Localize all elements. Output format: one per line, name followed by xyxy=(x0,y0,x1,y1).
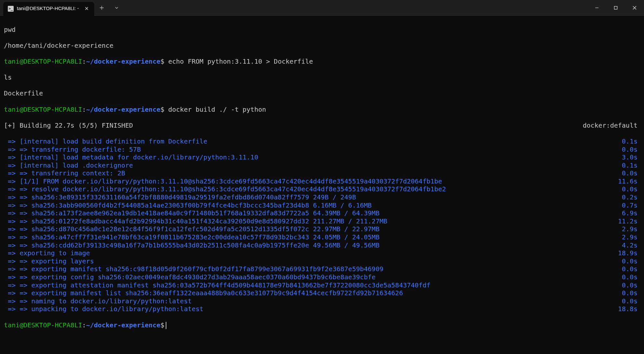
build-step-time: 0.0s xyxy=(622,169,640,177)
prompt-dollar: $ xyxy=(161,321,164,329)
build-step-text: => => sha256:01272fe8adbacc44afd2b92994b… xyxy=(4,217,618,225)
prompt-user-host: tani@DESKTOP-HCPA8LI xyxy=(4,321,82,329)
build-step-text: => => unpacking to docker.io/library/pyt… xyxy=(4,305,618,313)
window-controls xyxy=(587,2,644,14)
build-step-line: => => exporting layers0.0s xyxy=(4,257,640,265)
build-step-text: => [internal] load build definition from… xyxy=(4,137,622,145)
prompt-line: tani@DESKTOP-HCPA8LI:~/docker-experience… xyxy=(4,321,640,329)
command-text: docker build ./ -t python xyxy=(164,106,266,113)
build-step-time: 2.9s xyxy=(622,225,640,233)
build-step-line: => => resolve docker.io/library/python:3… xyxy=(4,185,640,193)
build-header-line: [+] Building 22.7s (5/5) FINISHEDdocker:… xyxy=(4,121,640,130)
build-step-line: => [internal] load .dockerignore0.1s xyxy=(4,161,640,170)
output-line: pwd xyxy=(4,26,640,34)
build-step-text: => => sha256:a47cff7f31e941e78bf63ca19f0… xyxy=(4,233,622,241)
build-step-time: 0.1s xyxy=(622,137,640,145)
build-step-time: 4.2s xyxy=(622,241,640,249)
build-step-line: => => exporting manifest sha256:c98f18d0… xyxy=(4,265,640,273)
build-step-text: => => exporting config sha256:02aec0049e… xyxy=(4,273,622,281)
build-step-text: => => exporting manifest sha256:c98f18d0… xyxy=(4,265,622,273)
prompt-user-host: tani@DESKTOP-HCPA8LI xyxy=(4,106,82,113)
build-step-line: => => transferring dockerfile: 57B0.0s xyxy=(4,145,640,154)
build-step-text: => => transferring context: 2B xyxy=(4,169,622,177)
terminal-content[interactable]: pwd /home/tani/docker-experience tani@DE… xyxy=(0,16,644,339)
build-step-line: => [internal] load build definition from… xyxy=(4,137,640,145)
build-step-line: => => transferring context: 2B0.0s xyxy=(4,169,640,177)
build-step-time: 11.6s xyxy=(618,177,640,185)
build-step-line: => => exporting manifest list sha256:36e… xyxy=(4,289,640,297)
prompt-line: tani@DESKTOP-HCPA8LI:~/docker-experience… xyxy=(4,57,640,66)
prompt-path: ~/docker-experience xyxy=(86,106,161,113)
build-step-text: => exporting to image xyxy=(4,249,618,257)
build-step-time: 0.1s xyxy=(622,161,640,170)
prompt-colon: : xyxy=(82,57,86,65)
tab-title: tani@DESKTOP-HCPA8LI: ~/d xyxy=(17,6,79,11)
build-step-text: => => sha256:3abb900560fd4b2f544085a14ae… xyxy=(4,201,622,209)
build-step-time: 0.0s xyxy=(622,281,640,289)
build-header-right: docker:default xyxy=(583,121,640,130)
build-step-text: => => sha256:cdd62bf39133c498a16f7a7b1b6… xyxy=(4,241,622,249)
build-step-time: 2.9s xyxy=(622,233,640,241)
prompt-line: tani@DESKTOP-HCPA8LI:~/docker-experience… xyxy=(4,106,640,114)
build-step-line: => => unpacking to docker.io/library/pyt… xyxy=(4,305,640,313)
build-step-line: => => sha256:a173f2aee8e962ea19db1e418ae… xyxy=(4,209,640,217)
build-step-line: => => exporting attestation manifest sha… xyxy=(4,281,640,289)
titlebar: >_ tani@DESKTOP-HCPA8LI: ~/d ✕ xyxy=(0,0,644,16)
output-line: Dockerfile xyxy=(4,89,640,97)
prompt-colon: : xyxy=(82,106,86,113)
prompt-colon: : xyxy=(82,321,86,329)
build-step-line: => => sha256:3abb900560fd4b2f544085a14ae… xyxy=(4,201,640,209)
build-step-line: => => sha256:d870c456a0c1e28e12c84f56f9f… xyxy=(4,225,640,233)
build-step-time: 0.0s xyxy=(622,289,640,297)
build-step-time: 0.0s xyxy=(622,265,640,273)
close-tab-button[interactable]: ✕ xyxy=(83,6,90,12)
prompt-dollar: $ xyxy=(161,57,164,65)
build-header: [+] Building 22.7s (5/5) FINISHED xyxy=(4,121,583,130)
build-step-text: => => exporting attestation manifest sha… xyxy=(4,281,622,289)
prompt-dollar: $ xyxy=(161,106,164,113)
minimize-icon xyxy=(595,6,599,10)
build-step-time: 18.8s xyxy=(618,305,640,313)
build-step-text: => [1/1] FROM docker.io/library/python:3… xyxy=(4,177,618,185)
tab-dropdown-button[interactable] xyxy=(109,0,124,16)
build-steps: => [internal] load build definition from… xyxy=(4,137,640,313)
build-step-line: => => sha256:a47cff7f31e941e78bf63ca19f0… xyxy=(4,233,640,241)
build-step-text: => => sha256:3e89315f332631160a54f2bf888… xyxy=(4,193,622,201)
build-step-text: => => sha256:d870c456a0c1e28e12c84f56f9f… xyxy=(4,225,622,233)
build-step-text: => => exporting layers xyxy=(4,257,622,265)
close-icon xyxy=(633,6,637,10)
output-line: /home/tani/docker-experience xyxy=(4,42,640,50)
build-step-line: => => naming to docker.io/library/python… xyxy=(4,297,640,305)
build-step-text: => => resolve docker.io/library/python:3… xyxy=(4,185,622,193)
build-step-time: 0.0s xyxy=(622,297,640,305)
command-text: echo FROM python:3.11.10 > Dockerfile xyxy=(164,57,313,65)
close-button[interactable] xyxy=(625,2,644,14)
build-step-line: => => sha256:01272fe8adbacc44afd2b92994b… xyxy=(4,217,640,225)
build-step-text: => => naming to docker.io/library/python… xyxy=(4,297,622,305)
build-step-line: => => sha256:3e89315f332631160a54f2bf888… xyxy=(4,193,640,201)
build-step-time: 0.2s xyxy=(622,193,640,201)
new-tab-button[interactable] xyxy=(94,0,109,16)
build-step-text: => => sha256:a173f2aee8e962ea19db1e418ae… xyxy=(4,209,622,217)
build-step-line: => [internal] load metadata for docker.i… xyxy=(4,153,640,161)
cursor xyxy=(166,322,166,329)
build-step-time: 0.0s xyxy=(622,145,640,154)
maximize-button[interactable] xyxy=(606,2,625,14)
build-step-time: 11.2s xyxy=(618,217,640,225)
prompt-user-host: tani@DESKTOP-HCPA8LI xyxy=(4,57,82,65)
tab-active[interactable]: >_ tani@DESKTOP-HCPA8LI: ~/d ✕ xyxy=(3,2,94,16)
build-step-time: 0.0s xyxy=(622,273,640,281)
build-step-time: 0.0s xyxy=(622,257,640,265)
build-step-time: 0.7s xyxy=(622,201,640,209)
build-step-text: => [internal] load .dockerignore xyxy=(4,161,622,170)
prompt-path: ~/docker-experience xyxy=(86,321,161,329)
build-step-line: => => sha256:cdd62bf39133c498a16f7a7b1b6… xyxy=(4,241,640,249)
minimize-button[interactable] xyxy=(587,2,606,14)
prompt-path: ~/docker-experience xyxy=(86,57,161,65)
plus-icon xyxy=(99,6,104,10)
build-step-line: => => exporting config sha256:02aec0049e… xyxy=(4,273,640,281)
chevron-down-icon xyxy=(114,6,119,10)
terminal-icon: >_ xyxy=(8,6,14,12)
build-step-time: 6.9s xyxy=(622,209,640,217)
maximize-icon xyxy=(614,6,618,10)
